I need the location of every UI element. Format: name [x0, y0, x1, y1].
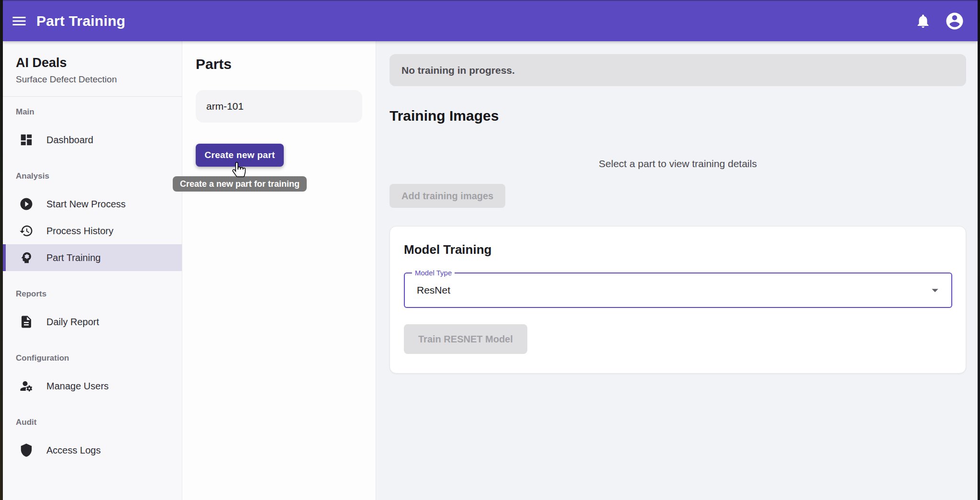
notifications-icon[interactable] — [911, 9, 935, 34]
train-model-button[interactable]: Train RESNET Model — [404, 324, 527, 354]
main-content: No training in progress. Training Images… — [376, 41, 978, 500]
parts-panel: Parts arm-101 Create new part Create a n… — [182, 41, 376, 500]
app-bar: Part Training — [3, 0, 978, 41]
parts-panel-title: Parts — [196, 56, 362, 73]
sidebar-item-label: Start New Process — [46, 199, 126, 210]
app-name: AI Deals — [16, 56, 169, 70]
model-training-card: Model Training Model Type ResNet Train R… — [390, 226, 966, 374]
section-label-analysis: Analysis — [16, 171, 169, 181]
sidebar-item-label: Daily Report — [46, 317, 99, 328]
page-title: Part Training — [36, 13, 125, 29]
section-label-configuration: Configuration — [16, 353, 169, 363]
section-label-reports: Reports — [16, 289, 169, 299]
play-circle-icon — [19, 197, 33, 211]
dashboard-icon — [19, 133, 33, 147]
pointer-hand-cursor — [232, 161, 247, 179]
model-training-title: Model Training — [404, 242, 952, 257]
desktop-edge-right — [978, 0, 980, 500]
part-name: arm-101 — [206, 101, 244, 112]
add-training-images-button[interactable]: Add training images — [390, 184, 505, 208]
section-label-main: Main — [16, 107, 169, 117]
sidebar-item-label: Manage Users — [46, 381, 109, 392]
account-circle-icon[interactable] — [942, 9, 967, 34]
sidebar-item-label: Process History — [46, 226, 113, 237]
sidebar-item-manage-users[interactable]: Manage Users — [3, 373, 182, 399]
sidebar-item-access-logs[interactable]: Access Logs — [3, 437, 182, 464]
sidebar-item-label: Dashboard — [46, 135, 93, 146]
history-icon — [19, 224, 33, 238]
training-images-title: Training Images — [390, 107, 966, 125]
document-icon — [19, 315, 33, 329]
empty-state-text: Select a part to view training details — [390, 158, 966, 170]
sidebar-item-process-history[interactable]: Process History — [3, 217, 182, 244]
app-subtitle: Surface Defect Detection — [16, 74, 169, 85]
psychology-icon — [19, 250, 33, 265]
manage-users-icon — [19, 379, 33, 393]
model-type-label: Model Type — [412, 269, 455, 277]
model-type-select[interactable]: Model Type ResNet — [404, 273, 952, 308]
sidebar-divider — [3, 96, 182, 97]
dropdown-arrow-icon — [927, 283, 943, 298]
menu-icon[interactable] — [9, 11, 30, 32]
part-list-item[interactable]: arm-101 — [196, 90, 362, 123]
section-label-audit: Audit — [16, 418, 169, 427]
shield-icon — [19, 443, 33, 457]
sidebar-item-part-training[interactable]: Part Training — [3, 244, 182, 271]
sidebar-item-label: Access Logs — [46, 445, 100, 456]
model-type-value: ResNet — [417, 284, 450, 296]
sidebar-item-label: Part Training — [46, 252, 100, 263]
app-window: Part Training AI Deals Surface Defect De… — [3, 0, 978, 500]
sidebar-item-dashboard[interactable]: Dashboard — [3, 126, 182, 153]
desktop-edge-left — [0, 0, 3, 500]
sidebar-item-start-new-process[interactable]: Start New Process — [3, 191, 182, 217]
status-banner: No training in progress. — [390, 54, 966, 86]
sidebar: AI Deals Surface Defect Detection Main D… — [3, 41, 182, 500]
sidebar-item-daily-report[interactable]: Daily Report — [3, 308, 182, 335]
